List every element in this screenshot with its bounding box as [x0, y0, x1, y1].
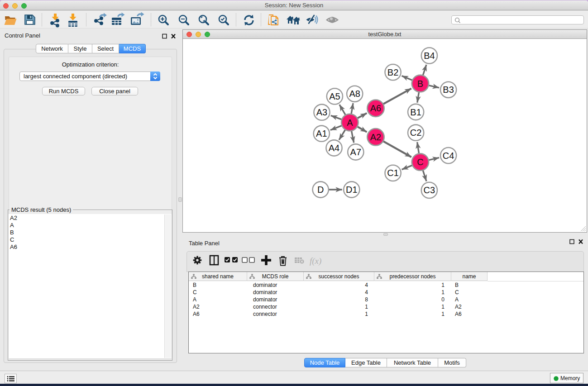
svg-text:C2: C2: [410, 128, 422, 138]
svg-text:A8: A8: [349, 89, 360, 99]
svg-text:D: D: [317, 185, 324, 195]
svg-text:D1: D1: [346, 185, 358, 195]
svg-text:C1: C1: [387, 168, 399, 178]
svg-text:A7: A7: [350, 147, 361, 157]
svg-text:B1: B1: [410, 107, 421, 117]
svg-text:A3: A3: [316, 107, 327, 117]
svg-text:B: B: [417, 79, 423, 89]
svg-text:A5: A5: [329, 91, 340, 101]
svg-text:C3: C3: [424, 185, 435, 195]
svg-text:A2: A2: [370, 132, 381, 142]
svg-text:A6: A6: [370, 103, 381, 113]
svg-text:A: A: [347, 118, 353, 128]
svg-text:A4: A4: [329, 143, 339, 153]
svg-text:C: C: [417, 157, 423, 167]
svg-text:B4: B4: [424, 51, 435, 61]
svg-text:B2: B2: [387, 67, 398, 77]
svg-text:C4: C4: [443, 151, 454, 161]
svg-text:A1: A1: [316, 129, 327, 138]
svg-text:B3: B3: [443, 85, 454, 95]
svg-text:f(x): f(x): [310, 256, 321, 266]
